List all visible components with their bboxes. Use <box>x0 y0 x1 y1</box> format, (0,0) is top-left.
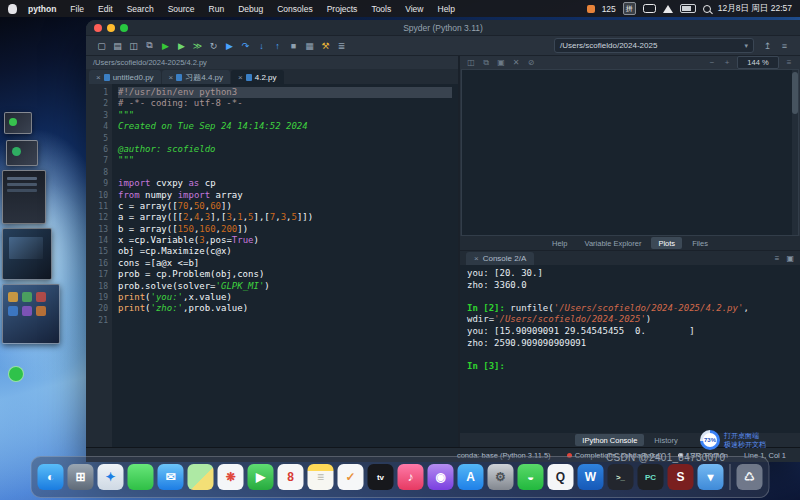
dock-icon-mail[interactable]: ✉ <box>158 464 184 490</box>
pane-tab-variable-explorer[interactable]: Variable Explorer <box>577 237 648 249</box>
dock-icon-calendar[interactable]: 8 <box>278 464 304 490</box>
code-line[interactable]: prob.solve(solver='GLPK_MI') <box>118 281 458 292</box>
dock-icon-safari[interactable]: ✦ <box>98 464 124 490</box>
menu-item-debug[interactable]: Debug <box>231 4 270 14</box>
close-tab-icon[interactable]: × <box>169 73 174 82</box>
dock-icon-launchpad[interactable]: ⊞ <box>68 464 94 490</box>
dock-icon-qq[interactable]: Q <box>548 464 574 490</box>
zoom-level-field[interactable]: 144 % <box>737 56 779 69</box>
apple-menu-icon[interactable] <box>8 4 17 14</box>
input-method-icon[interactable]: 拼 <box>623 2 636 15</box>
plots-save-plot-button[interactable]: ◫ <box>466 58 476 68</box>
console-bottom-tab-ipython-console[interactable]: IPython Console <box>575 434 644 446</box>
desktop-thumbnail-5[interactable] <box>2 284 60 344</box>
code-line[interactable]: cons =[a@x <=b] <box>118 258 458 269</box>
code-line[interactable]: c = array([70,50,60]) <box>118 201 458 212</box>
toolbar-debug-button[interactable]: ▶ <box>222 38 237 53</box>
dock-icon-notes[interactable]: ≡ <box>308 464 334 490</box>
toolbar-open-file-button[interactable]: ▤ <box>110 38 125 53</box>
menubar-clock[interactable]: 12月8日 周日 22:57 <box>718 3 792 15</box>
desktop-thumbnail-4[interactable] <box>2 228 52 280</box>
toolbar-tools-button[interactable]: ⚒ <box>318 38 333 53</box>
dock-icon-spyder[interactable]: S <box>668 464 694 490</box>
menu-item-tools[interactable]: Tools <box>364 4 398 14</box>
code-line[interactable]: # -*- coding: utf-8 -*- <box>118 98 458 109</box>
code-line[interactable]: from numpy import array <box>118 190 458 201</box>
working-directory-select[interactable]: /Users/scofieldo/2024-2025 ▾ <box>554 38 754 53</box>
plots-remove-all-plots-button[interactable]: ⊘ <box>526 58 536 68</box>
dock-icon-wechat[interactable]: ◒ <box>518 464 544 490</box>
code-line[interactable]: b = array([150,160,200]) <box>118 224 458 235</box>
zoom-window-button[interactable] <box>120 24 128 32</box>
code-line[interactable]: x =cp.Variable(3,pos=True) <box>118 235 458 246</box>
menu-item-run[interactable]: Run <box>202 4 232 14</box>
console-tab[interactable]: × Console 2/A <box>466 252 534 265</box>
battery-icon[interactable] <box>680 4 696 13</box>
code-editor[interactable]: 123456789101112131415161718192021 #!/usr… <box>86 84 458 447</box>
plots-save-all-plots-button[interactable]: ⧉ <box>481 58 491 68</box>
editor-tab[interactable]: ×4.2.py <box>231 70 283 84</box>
desktop-thumbnail-1[interactable] <box>4 112 32 134</box>
toolbar-save-button[interactable]: ◫ <box>126 38 141 53</box>
toolbar-step-into-button[interactable]: ↓ <box>254 38 269 53</box>
menu-item-file[interactable]: File <box>63 4 91 14</box>
dock-icon-app-store[interactable]: A <box>458 464 484 490</box>
close-window-button[interactable] <box>94 24 102 32</box>
dock-icon-podcasts[interactable]: ◉ <box>428 464 454 490</box>
editor-code[interactable]: #!/usr/bin/env python3# -*- coding: utf-… <box>112 84 458 447</box>
dock-icon-tv[interactable]: tv <box>368 464 394 490</box>
plots-options-menu-icon[interactable]: ≡ <box>784 58 794 67</box>
editor-tab[interactable]: ×untitled0.py <box>89 70 161 84</box>
console-menu-icon[interactable]: ≡ <box>775 254 780 263</box>
close-tab-icon[interactable]: × <box>96 73 101 82</box>
console-pane-icon[interactable]: ▣ <box>786 254 794 263</box>
close-tab-icon[interactable]: × <box>238 73 243 82</box>
dock-icon-terminal[interactable]: >_ <box>608 464 634 490</box>
plots-canvas[interactable] <box>461 69 799 236</box>
toolbar-layout-button[interactable]: ≣ <box>334 38 349 53</box>
dock-icon-music[interactable]: ♪ <box>398 464 424 490</box>
ipython-console[interactable]: you: [20. 30.]zho: 3360.0In [2]: runfile… <box>460 265 800 433</box>
zoom-out-button[interactable]: − <box>707 58 717 67</box>
dock-icon-pycharm[interactable]: PC <box>638 464 664 490</box>
dock-icon-finder[interactable]: ◐ <box>38 464 64 490</box>
desktop-thumbnail-3[interactable] <box>2 170 46 224</box>
plots-scrollbar-thumb[interactable] <box>792 72 798 114</box>
code-line[interactable]: print('zho:',prob.value) <box>118 303 458 314</box>
console-bottom-tab-history[interactable]: History <box>647 434 684 446</box>
zoom-in-button[interactable]: + <box>722 58 732 67</box>
close-console-icon[interactable]: × <box>474 254 479 263</box>
toolbar-step-return-button[interactable]: ↑ <box>270 38 285 53</box>
code-line[interactable]: """ <box>118 110 458 121</box>
window-titlebar[interactable]: Spyder (Python 3.11) <box>86 20 800 36</box>
dock-icon-reminders[interactable]: ✓ <box>338 464 364 490</box>
desktop-thumbnail-2[interactable] <box>6 140 38 166</box>
code-line[interactable]: #!/usr/bin/env python3 <box>118 87 452 98</box>
menu-item-view[interactable]: View <box>398 4 430 14</box>
toolbar-save-all-button[interactable]: ⧉ <box>142 38 157 53</box>
dock-icon-system-settings[interactable]: ⚙ <box>488 464 514 490</box>
editor-tab[interactable]: ×习题4.4.py <box>162 70 230 84</box>
toolbar-run-cell-advance-button[interactable]: ≫ <box>190 38 205 53</box>
code-line[interactable] <box>118 167 458 178</box>
minimize-window-button[interactable] <box>107 24 115 32</box>
menu-item-projects[interactable]: Projects <box>320 4 365 14</box>
wifi-icon[interactable] <box>663 5 673 13</box>
code-line[interactable]: print('you:',x.value) <box>118 292 458 303</box>
dock-icon-word[interactable]: W <box>578 464 604 490</box>
toolbar-step-over-button[interactable]: ↷ <box>238 38 253 53</box>
pane-tab-plots[interactable]: Plots <box>651 237 682 249</box>
toolbar-stop-button[interactable]: ■ <box>286 38 301 53</box>
code-line[interactable] <box>118 315 458 326</box>
code-line[interactable]: Created on Tue Sep 24 14:14:52 2024 <box>118 121 458 132</box>
plots-remove-plot-button[interactable]: ✕ <box>511 58 521 68</box>
code-line[interactable] <box>118 133 458 144</box>
code-line[interactable]: @author: scofieldo <box>118 144 458 155</box>
toolbar-options-menu-button[interactable]: ≡ <box>777 38 792 53</box>
menu-item-source[interactable]: Source <box>161 4 202 14</box>
dock-icon-maps[interactable] <box>188 464 214 490</box>
toolbar-new-file-button[interactable]: ▢ <box>94 38 109 53</box>
menu-item-python[interactable]: python <box>21 4 63 14</box>
toolbar-rerun-cell-button[interactable]: ↻ <box>206 38 221 53</box>
code-line[interactable]: a = array([[2,4,3],[3,1,5],[7,3,5]]) <box>118 212 458 223</box>
